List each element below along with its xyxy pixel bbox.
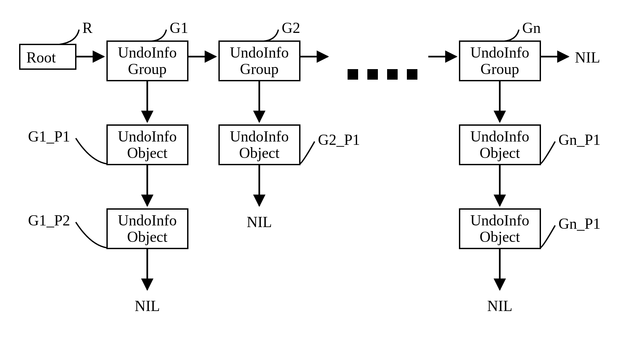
g2-label-line1: UndoInfo	[230, 44, 289, 61]
g2-tag: G2	[282, 19, 300, 36]
gnp2-label-line2: Object	[480, 228, 520, 245]
group-node-g1: UndoInfo Group	[107, 41, 188, 81]
g2p1-label-line1: UndoInfo	[230, 128, 289, 145]
gnp1-label-line1: UndoInfo	[470, 128, 529, 145]
object-node-gn-p1: UndoInfo Object	[460, 125, 540, 165]
g1p2-label-line1: UndoInfo	[118, 212, 177, 229]
group-node-gn: UndoInfo Group	[460, 41, 540, 81]
g1p2-tag: G1_P2	[28, 212, 70, 229]
g1p1-tag: G1_P1	[28, 128, 70, 145]
svg-rect-6	[407, 69, 417, 80]
g1-label-line2: Group	[128, 61, 167, 77]
g2-terminal: NIL	[247, 214, 272, 230]
g1-leader	[152, 30, 166, 41]
g2-label-line2: Group	[240, 61, 279, 77]
object-node-gn-p2: UndoInfo Object	[460, 209, 540, 248]
diagram-canvas: Root R UndoInfo Group G1 UndoInfo Group …	[0, 0, 623, 364]
list-terminal-label: NIL	[575, 49, 600, 66]
root-label: Root	[26, 49, 56, 66]
gnp1-label-line2: Object	[480, 144, 520, 161]
g2p1-tag: G2_P1	[318, 131, 360, 148]
g1p2-leader	[76, 222, 107, 248]
gn-terminal: NIL	[487, 298, 513, 314]
object-node-g1-p1: UndoInfo Object	[107, 125, 188, 165]
svg-rect-4	[367, 69, 378, 80]
object-node-g2-p1: UndoInfo Object	[219, 125, 300, 165]
g2-leader	[264, 30, 278, 41]
group-node-g2: UndoInfo Group	[219, 41, 300, 81]
root-leader	[59, 30, 79, 44]
gnp2-tag: Gn_P1	[558, 215, 601, 232]
gn-leader	[504, 30, 519, 41]
g1-label-line1: UndoInfo	[118, 44, 177, 61]
gnp2-leader	[540, 225, 555, 248]
g1-terminal: NIL	[135, 298, 160, 314]
root-tag: R	[82, 19, 93, 36]
gn-label-line2: Group	[480, 61, 519, 77]
g1-tag: G1	[170, 19, 188, 36]
g1p1-leader	[76, 138, 107, 164]
g1p2-label-line2: Object	[127, 228, 168, 245]
svg-rect-3	[348, 69, 358, 80]
gn-label-line1: UndoInfo	[470, 44, 529, 61]
gnp1-leader	[540, 142, 555, 164]
object-node-g1-p2: UndoInfo Object	[107, 209, 188, 248]
gnp1-tag: Gn_P1	[558, 131, 601, 148]
g2p1-label-line2: Object	[239, 144, 280, 161]
gnp2-label-line1: UndoInfo	[470, 212, 529, 229]
g1p1-label-line2: Object	[127, 144, 168, 161]
g1p1-label-line1: UndoInfo	[118, 128, 177, 145]
ellipsis-icon	[348, 69, 417, 80]
root-node: Root	[20, 44, 76, 69]
g2p1-leader	[300, 142, 315, 164]
svg-rect-5	[387, 69, 398, 80]
gn-tag: Gn	[522, 19, 541, 36]
